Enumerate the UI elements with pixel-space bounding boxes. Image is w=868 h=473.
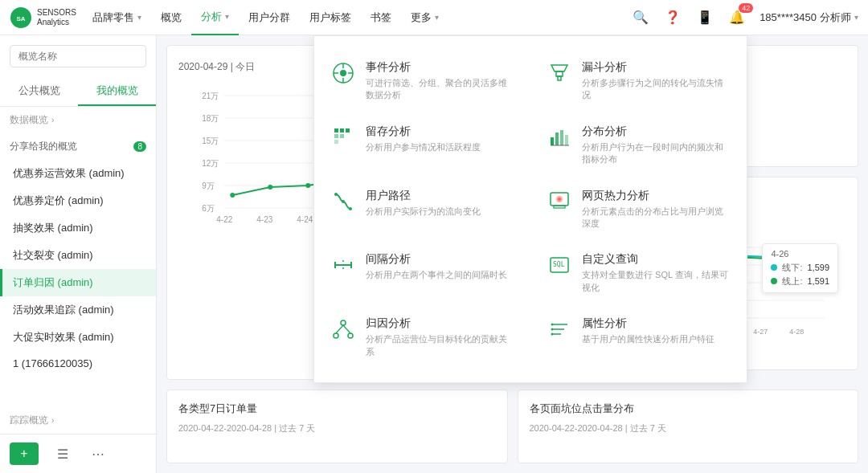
dropdown-title-path: 用户路径	[366, 189, 514, 203]
sidebar-item-activity[interactable]: 活动效果追踪 (admin)	[0, 296, 156, 324]
sidebar-list: 优惠券运营效果 (admin) 优惠券定价 (admin) 抽奖效果 (admi…	[0, 160, 156, 407]
heatmap-analysis-icon	[547, 189, 572, 214]
svg-text:SA: SA	[16, 15, 25, 22]
sidebar-item-order-attribution[interactable]: 订单归因 (admin)	[0, 269, 156, 296]
dropdown-item-attribute[interactable]: 属性分析 基于用户的属性快速分析用户特征	[530, 305, 747, 369]
attribution-analysis-icon	[330, 316, 356, 342]
dropdown-item-funnel[interactable]: 漏斗分析 分析多步骤行为之间的转化与流失情况	[530, 49, 747, 113]
dropdown-desc-funnel: 分析多步骤行为之间的转化与流失情况	[582, 77, 731, 102]
list-icon-button[interactable]: ☰	[51, 442, 74, 465]
tooltip-online-value: 1,591	[807, 276, 829, 286]
tooltip-online-dot	[771, 278, 777, 284]
dropdown-title-interval: 间隔分析	[366, 252, 514, 267]
svg-point-28	[558, 198, 561, 201]
dropdown-item-path[interactable]: 用户路径 分析用户实际行为的流向变化	[314, 177, 530, 242]
dropdown-desc-sql: 支持对全量数进行 SQL 查询，结果可视化	[582, 269, 731, 294]
svg-rect-16	[334, 140, 338, 144]
dropdown-desc-heatmap: 分析元素点击的分布占比与用户浏览深度	[582, 206, 731, 230]
nav-item-brand[interactable]: 品牌零售 ▾	[83, 0, 151, 35]
dropdown-title-heatmap: 网页热力分析	[582, 189, 731, 203]
nav-item-bookmark[interactable]: 书签	[361, 0, 401, 35]
svg-text:4-28: 4-28	[789, 328, 804, 336]
chevron-down-icon: ▾	[854, 13, 858, 22]
nav-item-usertag[interactable]: 用户标签	[300, 0, 361, 35]
logo-icon: SA	[10, 6, 32, 29]
svg-text:6万: 6万	[202, 204, 215, 213]
sidebar-section-trace[interactable]: 踪踪概览 ›	[0, 407, 156, 434]
svg-point-23	[342, 200, 345, 203]
dropdown-item-sql[interactable]: SQL 自定义查询 支持对全量数进行 SQL 查询，结果可视化	[530, 241, 747, 305]
nav-item-more[interactable]: 更多 ▾	[401, 0, 448, 35]
nav-item-analysis[interactable]: 分析 ▾	[191, 0, 239, 35]
dropdown-title-sql: 自定义查询	[582, 252, 731, 267]
dropdown-desc-attribute: 基于用户的属性快速分析用户特征	[582, 333, 731, 345]
sidebar: 公共概览 我的概览 数据概览 › 分享给我的概览 8 优惠券运营效果 (admi…	[0, 35, 157, 473]
svg-text:12万: 12万	[202, 159, 219, 168]
svg-text:4-22: 4-22	[216, 215, 232, 224]
chevron-down-icon: ▾	[435, 13, 439, 22]
svg-text:SQL: SQL	[553, 261, 565, 268]
chevron-down-icon: ▾	[137, 13, 141, 22]
svg-rect-18	[555, 133, 559, 145]
sidebar-item-coupon-ops[interactable]: 优惠券运营效果 (admin)	[0, 160, 156, 187]
sql-query-icon: SQL	[547, 252, 572, 278]
bell-button[interactable]: 🔔 42	[727, 8, 747, 27]
attribute-analysis-icon	[547, 316, 572, 342]
dropdown-item-distribution[interactable]: 分布分析 分析用户行为在一段时间内的频次和指标分布	[530, 113, 747, 177]
search-button[interactable]: 🔍	[631, 8, 650, 27]
shared-count-badge: 8	[133, 141, 146, 152]
content-area: 公共概览 我的概览 数据概览 › 分享给我的概览 8 优惠券运营效果 (admi…	[0, 35, 868, 473]
sidebar-footer: + ☰ ⋯	[0, 434, 156, 473]
dropdown-title-retention: 留存分析	[366, 124, 514, 139]
user-menu[interactable]: 185****3450 分析师 ▾	[760, 10, 858, 25]
svg-point-3	[340, 70, 346, 76]
svg-rect-14	[334, 134, 338, 138]
svg-rect-9	[556, 71, 563, 76]
svg-rect-13	[346, 128, 350, 133]
dropdown-item-attribution[interactable]: 归因分析 分析产品运营位与目标转化的贡献关系	[314, 305, 530, 369]
svg-line-40	[343, 325, 350, 333]
tooltip-offline-dot	[771, 264, 777, 271]
help-button[interactable]: ❓	[663, 8, 682, 27]
dropdown-desc-distribution: 分析用户行为在一段时间内的频次和指标分布	[582, 141, 731, 166]
mobile-button[interactable]: 📱	[695, 8, 714, 27]
analysis-dropdown-menu: 事件分析 可进行筛选、分组、聚合的灵活多维数据分析 漏斗分析	[313, 35, 747, 383]
svg-marker-8	[551, 65, 567, 71]
sidebar-item-user[interactable]: 1 (17666120035)	[0, 351, 156, 376]
sidebar-section-shared[interactable]: 分享给我的概览 8	[0, 133, 156, 160]
tab-public-overview[interactable]: 公共概览	[0, 77, 78, 106]
sidebar-item-lottery[interactable]: 抽奖效果 (admin)	[0, 214, 156, 242]
svg-text:4-23: 4-23	[256, 215, 272, 224]
svg-point-36	[341, 320, 346, 325]
svg-point-24	[349, 207, 352, 210]
svg-rect-20	[565, 135, 568, 145]
sidebar-item-social[interactable]: 社交裂变 (admin)	[0, 242, 156, 269]
svg-rect-15	[340, 134, 344, 138]
tooltip-offline-row: 线下: 1,599	[771, 262, 829, 274]
dropdown-item-retention[interactable]: 留存分析 分析用户参与情况和活跃程度	[314, 113, 530, 177]
dropdown-item-heatmap[interactable]: 网页热力分析 分析元素点击的分布占比与用户浏览深度	[530, 177, 747, 242]
svg-rect-12	[340, 128, 344, 133]
dropdown-desc-interval: 分析用户在两个事件之间的间隔时长	[366, 269, 514, 281]
notification-badge: 42	[739, 3, 753, 13]
svg-rect-26	[554, 206, 565, 208]
tab-my-overview[interactable]: 我的概览	[78, 77, 156, 106]
svg-point-59	[230, 193, 235, 198]
search-input[interactable]	[10, 45, 146, 67]
chart2-tooltip: 4-26 线下: 1,599 线上: 1,591	[762, 243, 838, 293]
svg-text:9万: 9万	[202, 181, 215, 190]
sidebar-item-coupon-price[interactable]: 优惠券定价 (admin)	[0, 187, 156, 214]
dropdown-item-interval[interactable]: 间隔分析 分析用户在两个事件之间的间隔时长	[314, 241, 530, 305]
share-icon-button[interactable]: ⋯	[87, 442, 109, 465]
chevron-down-icon: ▾	[225, 12, 229, 21]
sidebar-item-promotion[interactable]: 大促实时效果 (admin)	[0, 324, 156, 351]
nav-item-usergroup[interactable]: 用户分群	[239, 0, 300, 35]
add-overview-button[interactable]: +	[10, 442, 39, 465]
nav-item-overview[interactable]: 概览	[151, 0, 191, 35]
logo: SA SENSORS Analytics	[10, 6, 76, 29]
dropdown-item-event[interactable]: 事件分析 可进行筛选、分组、聚合的灵活多维数据分析	[314, 49, 530, 113]
dropdown-desc-path: 分析用户实际行为的流向变化	[366, 206, 514, 218]
card-bottom-left: 各类型7日订单量 2020-04-22-2020-04-28 | 过去 7 天	[166, 389, 508, 463]
svg-point-46	[551, 333, 554, 336]
sidebar-section-data[interactable]: 数据概览 ›	[0, 107, 156, 133]
